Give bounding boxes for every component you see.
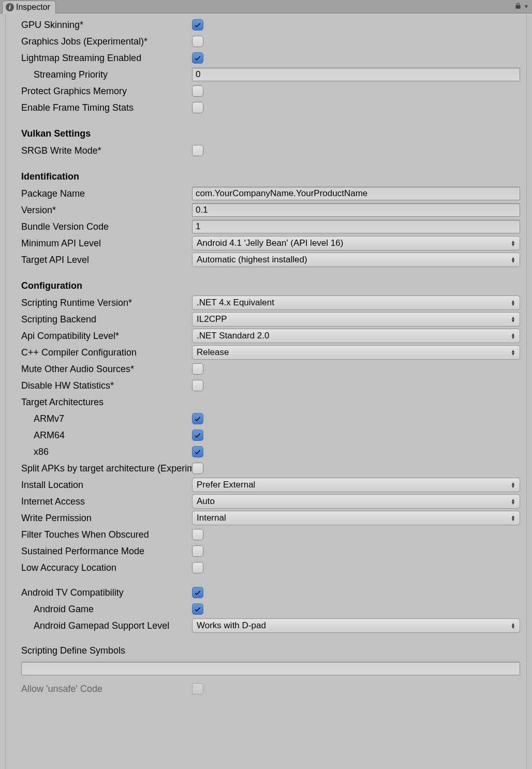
- label-min-api: Minimum API Level: [21, 238, 192, 249]
- label-internet-access: Internet Access: [21, 496, 192, 507]
- section-configuration: Configuration: [21, 280, 520, 291]
- input-bundle-version-code[interactable]: [192, 220, 520, 233]
- label-streaming-priority: Streaming Priority: [21, 69, 192, 80]
- select-api-compat[interactable]: .NET Standard 2.0▲▼: [192, 329, 520, 343]
- checkbox-srgb-write[interactable]: [192, 145, 203, 156]
- checkbox-split-apk[interactable]: [192, 463, 203, 474]
- lock-area: ▼: [514, 0, 532, 13]
- updown-icon: ▲▼: [511, 333, 515, 339]
- updown-icon: ▲▼: [511, 515, 515, 521]
- label-gpu-skinning: GPU Skinning*: [21, 20, 192, 31]
- select-scripting-backend[interactable]: IL2CPP▲▼: [192, 312, 520, 327]
- section-vulkan: Vulkan Settings: [21, 128, 520, 139]
- label-mute-other: Mute Other Audio Sources*: [21, 364, 192, 375]
- label-target-arch: Target Architectures: [21, 397, 192, 408]
- label-install-location: Install Location: [21, 480, 192, 491]
- label-android-game: Android Game: [21, 604, 192, 615]
- select-cpp-compiler[interactable]: Release▲▼: [192, 345, 520, 360]
- checkbox-lightmap-streaming[interactable]: [192, 52, 203, 64]
- label-scripting-runtime: Scripting Runtime Version*: [21, 298, 192, 308]
- select-install-location-value: Prefer External: [197, 480, 255, 490]
- updown-icon: ▲▼: [511, 623, 515, 629]
- select-api-compat-value: .NET Standard 2.0: [197, 331, 270, 341]
- checkbox-filter-touches[interactable]: [192, 529, 203, 540]
- select-install-location[interactable]: Prefer External▲▼: [192, 478, 520, 492]
- checkbox-android-tv[interactable]: [192, 587, 203, 598]
- select-min-api[interactable]: Android 4.1 'Jelly Bean' (API level 16)▲…: [192, 236, 520, 250]
- select-gamepad-support[interactable]: Works with D-pad▲▼: [192, 618, 520, 633]
- label-version: Version*: [21, 205, 192, 216]
- select-target-api-value: Automatic (highest installed): [197, 255, 307, 265]
- updown-icon: ▲▼: [511, 240, 515, 246]
- label-write-permission: Write Permission: [21, 513, 192, 524]
- select-write-permission-value: Internal: [197, 513, 226, 523]
- select-scripting-runtime-value: .NET 4.x Equivalent: [197, 298, 274, 308]
- label-arm64: ARM64: [21, 430, 192, 441]
- updown-icon: ▲▼: [511, 349, 515, 356]
- select-scripting-runtime[interactable]: .NET 4.x Equivalent▲▼: [192, 295, 520, 310]
- checkbox-armv7[interactable]: [192, 413, 203, 424]
- input-version[interactable]: [192, 203, 520, 217]
- label-sustained-perf: Sustained Performance Mode: [21, 546, 192, 557]
- select-scripting-backend-value: IL2CPP: [197, 314, 227, 324]
- select-gamepad-support-value: Works with D-pad: [197, 620, 266, 631]
- updown-icon: ▲▼: [511, 482, 515, 488]
- label-low-accuracy: Low Accuracy Location: [21, 563, 192, 573]
- checkbox-disable-hw[interactable]: [192, 380, 203, 391]
- label-x86: x86: [21, 447, 192, 457]
- checkbox-sustained-perf[interactable]: [192, 545, 203, 557]
- input-streaming-priority[interactable]: [192, 68, 520, 81]
- tab-bar: i Inspector ▼: [0, 0, 532, 13]
- label-armv7: ARMv7: [21, 413, 192, 424]
- input-package-name[interactable]: [192, 187, 520, 200]
- label-scripting-define: Scripting Define Symbols: [21, 645, 125, 656]
- checkbox-x86[interactable]: [192, 446, 203, 457]
- label-graphics-jobs: Graphics Jobs (Experimental)*: [21, 36, 192, 47]
- select-min-api-value: Android 4.1 'Jelly Bean' (API level 16): [197, 238, 343, 248]
- select-target-api[interactable]: Automatic (highest installed)▲▼: [192, 253, 520, 267]
- checkbox-low-accuracy[interactable]: [192, 562, 203, 573]
- tab-title: Inspector: [16, 3, 50, 12]
- label-allow-unsafe: Allow 'unsafe' Code: [21, 684, 192, 694]
- label-scripting-backend: Scripting Backend: [21, 314, 192, 325]
- label-bundle-version-code: Bundle Version Code: [21, 221, 192, 232]
- checkbox-gpu-skinning[interactable]: [192, 19, 203, 31]
- select-cpp-compiler-value: Release: [197, 347, 229, 358]
- updown-icon: ▲▼: [511, 316, 515, 322]
- label-lightmap-streaming: Lightmap Streaming Enabled: [21, 53, 192, 64]
- label-srgb-write: SRGB Write Mode*: [21, 145, 192, 156]
- checkbox-mute-other[interactable]: [192, 363, 203, 375]
- checkbox-graphics-jobs[interactable]: [192, 36, 203, 47]
- checkbox-protect-graphics[interactable]: [192, 85, 203, 97]
- label-target-api: Target API Level: [21, 255, 192, 265]
- lock-icon[interactable]: [514, 2, 522, 11]
- label-split-apk: Split APKs by target architecture (Exper…: [21, 463, 192, 474]
- label-api-compat: Api Compatibility Level*: [21, 331, 192, 342]
- label-gamepad-support: Android Gamepad Support Level: [21, 620, 192, 631]
- section-identification: Identification: [21, 171, 520, 182]
- label-protect-graphics: Protect Graphics Memory: [21, 86, 192, 97]
- label-cpp-compiler: C++ Compiler Configuration: [21, 347, 192, 358]
- checkbox-android-game[interactable]: [192, 603, 203, 615]
- select-internet-access-value: Auto: [197, 496, 215, 507]
- label-frame-timing: Enable Frame Timing Stats: [21, 102, 192, 113]
- select-write-permission[interactable]: Internal▲▼: [192, 511, 520, 525]
- checkbox-arm64[interactable]: [192, 430, 203, 441]
- label-package-name: Package Name: [21, 188, 192, 199]
- checkbox-allow-unsafe[interactable]: [192, 683, 203, 694]
- checkbox-frame-timing[interactable]: [192, 102, 203, 113]
- input-scripting-define[interactable]: [21, 662, 520, 675]
- updown-icon: ▲▼: [511, 498, 515, 505]
- dropdown-icon[interactable]: ▼: [524, 4, 529, 9]
- updown-icon: ▲▼: [511, 257, 515, 263]
- label-filter-touches: Filter Touches When Obscured: [21, 529, 192, 540]
- tab-inspector[interactable]: i Inspector: [2, 1, 56, 13]
- label-disable-hw: Disable HW Statistics*: [21, 380, 192, 391]
- updown-icon: ▲▼: [511, 300, 515, 306]
- select-internet-access[interactable]: Auto▲▼: [192, 494, 520, 509]
- label-android-tv: Android TV Compatibility: [21, 587, 192, 598]
- info-icon: i: [6, 3, 14, 11]
